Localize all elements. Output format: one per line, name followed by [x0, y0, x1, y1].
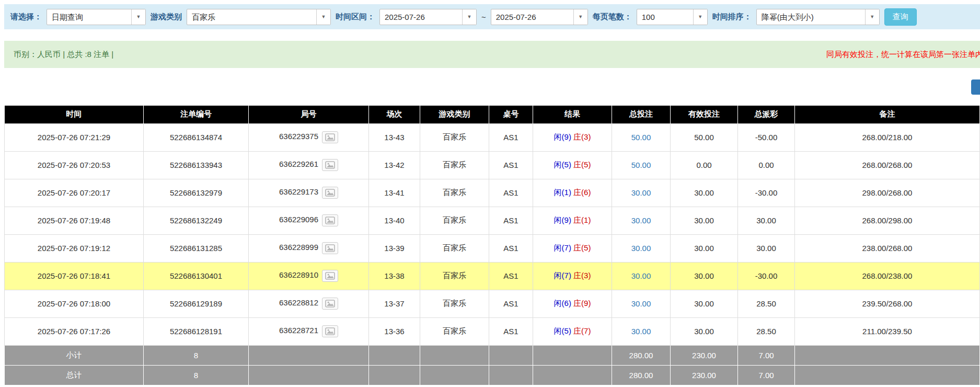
cell-session: 13-41 [369, 179, 420, 207]
date-from-picker[interactable]: 2025-07-26 ▼ [379, 9, 477, 25]
result-player: 闲(5) [554, 160, 571, 169]
replay-button[interactable] [322, 187, 338, 199]
cell-payout: 0.00 [738, 151, 795, 179]
cell-round: 636229261 [249, 151, 369, 179]
replay-button[interactable] [322, 270, 338, 282]
cell-total-bet: 30.00 [612, 179, 671, 207]
cell-table-number: AS1 [489, 262, 533, 290]
cell-note: 298.00/268.00 [795, 179, 980, 207]
cell-bet-id: 522686133943 [144, 151, 249, 179]
sort-value: 降幂(由大到小) [757, 9, 865, 25]
column-header-3: 场次 [369, 106, 420, 123]
empty-cell [420, 365, 489, 385]
cell-session: 13-38 [369, 262, 420, 290]
total-bet-link[interactable]: 30.00 [631, 216, 651, 225]
replay-button[interactable] [322, 214, 338, 226]
replay-button[interactable] [322, 131, 338, 143]
replay-button[interactable] [322, 325, 338, 337]
chevron-down-icon[interactable]: ▼ [316, 9, 330, 25]
result-player: 闲(6) [554, 299, 571, 308]
chevron-down-icon[interactable]: ▼ [131, 9, 145, 25]
column-header-9: 总派彩 [738, 106, 795, 123]
replay-button[interactable] [322, 298, 338, 310]
column-header-7: 总投注 [612, 106, 671, 123]
query-type-select[interactable]: 日期查询 ▼ [47, 9, 146, 25]
page-size-select[interactable]: 100 ▼ [637, 9, 708, 25]
total-bet-link[interactable]: 50.00 [631, 161, 651, 169]
total-bet-link[interactable]: 50.00 [631, 133, 651, 142]
cell-time: 2025-07-26 07:18:00 [5, 290, 144, 317]
result-player: 闲(9) [554, 132, 571, 141]
total-bet-link[interactable]: 30.00 [631, 244, 651, 253]
replay-icon [325, 300, 335, 308]
date-to-value: 2025-07-26 [491, 9, 573, 25]
cell-total-bet: 50.00 [612, 151, 671, 179]
cell-total-bet: 50.00 [612, 123, 671, 151]
search-button[interactable]: 查询 [884, 8, 917, 26]
result-player: 闲(9) [554, 215, 571, 224]
total-row: 总计 8 280.00 230.00 7.00 [5, 365, 980, 385]
empty-cell [533, 345, 612, 365]
total-payout: 7.00 [738, 365, 795, 385]
cell-game-type: 百家乐 [420, 262, 489, 290]
cell-payout: -30.00 [738, 262, 795, 290]
empty-cell [533, 365, 612, 385]
filter-toolbar: 请选择： 日期查询 ▼ 游戏类别 百家乐 ▼ 时间区间： 2025-07-26 … [4, 4, 980, 29]
result-player: 闲(7) [554, 271, 571, 280]
notice-text: 同局有效投注，统一计算在该局第一张注单内 [826, 50, 980, 60]
chevron-down-icon[interactable]: ▼ [573, 9, 587, 25]
replay-icon [325, 327, 335, 335]
result-banker: 庄(9) [573, 299, 591, 308]
cell-valid-bet: 30.00 [671, 262, 738, 290]
table-row: 2025-07-26 07:18:00522686129189636228812… [5, 290, 980, 317]
cell-round: 636229096 [249, 207, 369, 234]
sort-select[interactable]: 降幂(由大到小) ▼ [756, 9, 880, 25]
cell-note: 211.00/239.50 [795, 317, 980, 345]
cell-time: 2025-07-26 07:17:26 [5, 317, 144, 345]
cell-note: 268.00/268.00 [795, 151, 980, 179]
cell-bet-id: 522686132979 [144, 179, 249, 207]
partial-button-cutoff[interactable] [971, 79, 980, 95]
column-header-8: 有效投注 [671, 106, 738, 123]
cell-valid-bet: 30.00 [671, 207, 738, 234]
cell-note: 268.00/218.00 [795, 123, 980, 151]
total-bet-link[interactable]: 30.00 [631, 327, 651, 336]
cell-total-bet: 30.00 [612, 234, 671, 262]
chevron-down-icon[interactable]: ▼ [693, 9, 707, 25]
page-size-value: 100 [637, 9, 693, 25]
cell-total-bet: 30.00 [612, 207, 671, 234]
game-type-label: 游戏类别 [151, 12, 182, 22]
cell-valid-bet: 30.00 [671, 179, 738, 207]
cell-session: 13-43 [369, 123, 420, 151]
cell-bet-id: 522686131285 [144, 234, 249, 262]
subtotal-valid-bet: 230.00 [671, 345, 738, 365]
replay-button[interactable] [322, 242, 338, 254]
result-banker: 庄(3) [573, 271, 591, 280]
empty-cell [369, 345, 420, 365]
cell-note: 268.00/238.00 [795, 262, 980, 290]
cell-time: 2025-07-26 07:19:48 [5, 207, 144, 234]
cell-round: 636229173 [249, 179, 369, 207]
result-banker: 庄(6) [573, 188, 591, 197]
game-type-select[interactable]: 百家乐 ▼ [187, 9, 331, 25]
cell-payout: 30.00 [738, 234, 795, 262]
cell-round: 636228999 [249, 234, 369, 262]
chevron-down-icon[interactable]: ▼ [462, 9, 476, 25]
total-bet-link[interactable]: 30.00 [631, 188, 651, 197]
cell-time: 2025-07-26 07:19:12 [5, 234, 144, 262]
empty-cell [489, 345, 533, 365]
replay-icon [325, 244, 335, 252]
subtotal-total-bet: 280.00 [612, 345, 671, 365]
replay-button[interactable] [322, 159, 338, 171]
total-bet-link[interactable]: 30.00 [631, 299, 651, 308]
empty-cell [489, 365, 533, 385]
cell-session: 13-37 [369, 290, 420, 317]
empty-cell [795, 345, 980, 365]
cell-note: 239.50/268.00 [795, 290, 980, 317]
table-row: 2025-07-26 07:21:29522686134874636229375… [5, 123, 980, 151]
chevron-down-icon[interactable]: ▼ [865, 9, 879, 25]
cell-payout: -50.00 [738, 123, 795, 151]
cell-session: 13-40 [369, 207, 420, 234]
date-to-picker[interactable]: 2025-07-26 ▼ [491, 9, 588, 25]
total-bet-link[interactable]: 30.00 [631, 271, 651, 280]
